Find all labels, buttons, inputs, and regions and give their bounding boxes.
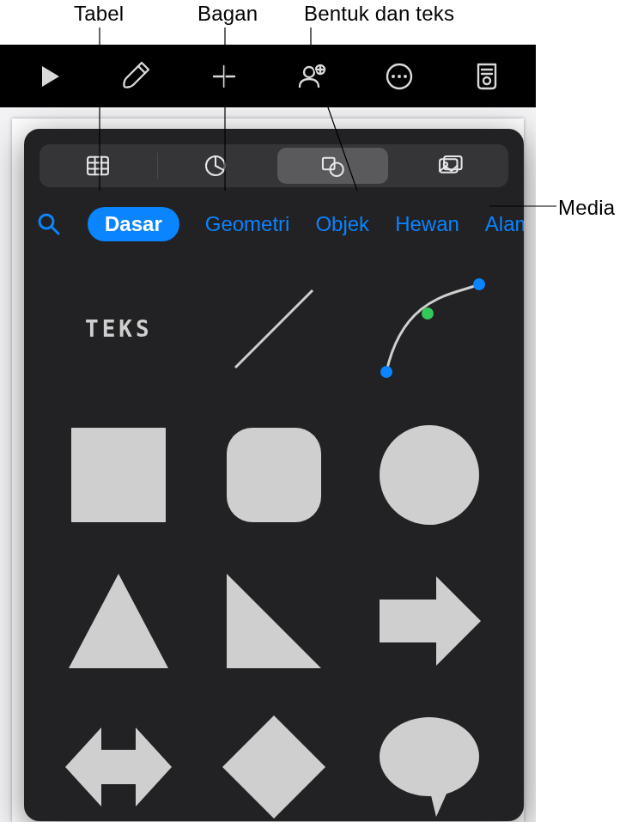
shape-rounded-square[interactable]	[210, 411, 338, 539]
svg-point-15	[404, 75, 407, 78]
category-hewan[interactable]: Hewan	[395, 212, 459, 236]
svg-line-31	[52, 227, 58, 234]
callout-chart-label: Bagan	[197, 2, 258, 26]
shape-bezier-curve[interactable]	[365, 265, 494, 393]
app-surface: Dasar Geometri Objek Hewan Alam TEKS	[0, 45, 536, 822]
svg-marker-45	[429, 784, 451, 817]
shape-line[interactable]	[210, 265, 338, 393]
collaborate-button[interactable]	[286, 51, 337, 102]
media-icon	[435, 151, 465, 180]
category-alam[interactable]: Alam	[485, 212, 524, 236]
tab-tables[interactable]	[39, 144, 157, 187]
play-button[interactable]	[23, 51, 75, 102]
insert-button[interactable]	[198, 51, 250, 102]
main-toolbar	[0, 45, 536, 107]
tab-media[interactable]	[392, 144, 509, 187]
svg-point-35	[422, 307, 434, 320]
shape-right-triangle[interactable]	[210, 557, 338, 685]
shapes-grid: TEKS	[24, 256, 524, 821]
svg-marker-40	[227, 574, 321, 668]
svg-point-34	[473, 278, 485, 290]
svg-marker-41	[380, 576, 481, 666]
svg-point-44	[380, 717, 479, 796]
callout-media-label: Media	[558, 196, 615, 220]
category-objek[interactable]: Objek	[315, 212, 369, 236]
svg-rect-19	[88, 157, 108, 174]
presenter-notes-button[interactable]	[461, 51, 513, 102]
svg-rect-37	[227, 428, 321, 522]
callout-table-label: Tabel	[74, 2, 124, 26]
tab-shapes[interactable]	[277, 148, 388, 184]
shape-arrow-right[interactable]	[365, 557, 494, 685]
svg-line-32	[235, 290, 313, 368]
svg-marker-42	[65, 727, 172, 807]
svg-point-14	[398, 75, 401, 78]
tab-charts[interactable]	[157, 144, 275, 187]
svg-point-38	[380, 425, 479, 525]
svg-marker-5	[42, 66, 59, 87]
svg-marker-43	[222, 715, 325, 819]
shape-triangle[interactable]	[54, 557, 183, 685]
text-placeholder-label: TEKS	[85, 316, 153, 342]
shape-diamond[interactable]	[210, 703, 338, 821]
shape-circle[interactable]	[365, 411, 494, 539]
shape-text[interactable]: TEKS	[54, 265, 183, 393]
svg-point-13	[392, 75, 395, 78]
pie-chart-icon	[201, 151, 230, 180]
svg-point-16	[483, 77, 490, 84]
category-geometri[interactable]: Geometri	[205, 212, 290, 236]
shape-speech-bubble[interactable]	[365, 703, 494, 821]
format-brush-button[interactable]	[111, 51, 162, 102]
more-button[interactable]	[374, 51, 425, 102]
search-icon	[36, 211, 62, 237]
table-icon	[83, 151, 112, 180]
svg-rect-27	[440, 159, 457, 172]
callout-shapes-label: Bentuk dan teks	[304, 2, 454, 26]
svg-rect-36	[71, 428, 166, 522]
shape-arrow-bidirectional[interactable]	[54, 703, 183, 821]
insert-type-segmented	[39, 144, 508, 187]
search-shapes-button[interactable]	[36, 211, 62, 237]
svg-point-33	[380, 366, 392, 378]
shape-square[interactable]	[54, 411, 183, 539]
shapes-icon	[318, 151, 347, 180]
svg-marker-39	[69, 574, 168, 668]
category-dasar[interactable]: Dasar	[88, 207, 179, 241]
insert-popover: Dasar Geometri Objek Hewan Alam TEKS	[24, 129, 524, 821]
shape-category-row: Dasar Geometri Objek Hewan Alam	[24, 204, 524, 244]
svg-point-8	[304, 67, 314, 77]
